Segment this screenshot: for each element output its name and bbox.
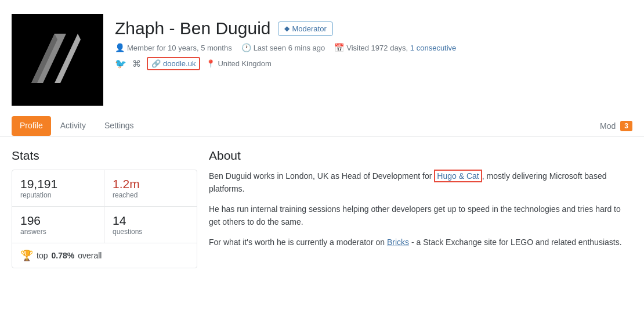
- member-icon: 👤: [115, 43, 125, 52]
- about-section: About Ben Duguid works in London, UK as …: [209, 149, 632, 268]
- top-suffix: overall: [78, 251, 102, 260]
- mod-indicator: Mod 3: [600, 121, 632, 131]
- stats-panel: Stats 19,191 reputation 1.2m reached 196…: [12, 149, 197, 268]
- about-para3-before: For what it's worth he is currently a mo…: [209, 238, 387, 247]
- mod-label: Mod: [600, 121, 616, 131]
- main-content: Stats 19,191 reputation 1.2m reached 196…: [0, 137, 644, 280]
- questions-value: 14: [113, 214, 189, 228]
- top-label: top: [37, 251, 48, 260]
- about-para1: Ben Duguid works in London, UK as Head o…: [209, 170, 632, 196]
- last-seen: 🕐 Last seen 6 mins ago: [241, 43, 325, 52]
- location-pin-icon: 📍: [206, 59, 215, 68]
- meta-row: 👤 Member for 10 years, 5 months 🕐 Last s…: [115, 43, 632, 52]
- hugo-cat-link[interactable]: Hugo & Cat: [434, 170, 482, 182]
- answers-value: 196: [20, 214, 96, 228]
- calendar-icon: 📅: [334, 43, 344, 52]
- trophy-section: 🏆 top 0.78% overall: [12, 243, 197, 268]
- about-title: About: [209, 149, 632, 163]
- about-para3: For what it's worth he is currently a mo…: [209, 236, 632, 249]
- username: Zhaph - Ben Duguid: [115, 19, 271, 38]
- questions-stat: 14 questions: [104, 207, 197, 243]
- twitter-icon[interactable]: 🐦: [115, 58, 126, 69]
- github-icon[interactable]: ⌘: [132, 59, 141, 69]
- clock-icon: 🕐: [241, 43, 251, 52]
- profile-header: Zhaph - Ben Duguid ◆ Moderator 👤 Member …: [0, 0, 644, 115]
- reputation-value: 19,191: [20, 177, 96, 191]
- trophy-icon: 🏆: [20, 249, 33, 262]
- stats-grid-container: 19,191 reputation 1.2m reached 196 answe…: [12, 170, 197, 268]
- about-para2: He has run internal training sessions he…: [209, 203, 632, 229]
- stats-grid: 19,191 reputation 1.2m reached 196 answe…: [12, 170, 197, 243]
- member-since-text: Member for 10 years, 5 months: [127, 44, 232, 52]
- tab-settings[interactable]: Settings: [95, 115, 143, 137]
- top-percent: 0.78%: [51, 251, 74, 260]
- tab-activity[interactable]: Activity: [51, 115, 95, 137]
- reputation-stat: 19,191 reputation: [12, 170, 104, 207]
- last-seen-text: Last seen 6 mins ago: [254, 44, 325, 52]
- answers-label: answers: [20, 228, 96, 236]
- avatar: [12, 14, 103, 106]
- moderator-badge: ◆ Moderator: [278, 21, 333, 36]
- reached-stat: 1.2m reached: [104, 170, 197, 207]
- visited-text: Visited 1972 days, 1 consecutive: [346, 44, 456, 52]
- mod-count-badge: 3: [620, 121, 632, 131]
- questions-label: questions: [113, 228, 189, 236]
- tab-profile[interactable]: Profile: [12, 116, 51, 136]
- user-info: Zhaph - Ben Duguid ◆ Moderator 👤 Member …: [115, 14, 632, 70]
- location-item: 📍 United Kingdom: [206, 59, 272, 68]
- location-text: United Kingdom: [218, 59, 272, 68]
- member-since: 👤 Member for 10 years, 5 months: [115, 43, 232, 52]
- answers-stat: 196 answers: [12, 207, 104, 243]
- name-row: Zhaph - Ben Duguid ◆ Moderator: [115, 19, 632, 38]
- website-link[interactable]: 🔗 doodle.uk: [147, 57, 200, 70]
- visited: 📅 Visited 1972 days, 1 consecutive: [334, 43, 456, 52]
- diamond-icon: ◆: [284, 24, 290, 33]
- moderator-label: Moderator: [292, 24, 327, 33]
- bricks-link[interactable]: Bricks: [387, 238, 409, 247]
- links-row: 🐦 ⌘ 🔗 doodle.uk 📍 United Kingdom: [115, 57, 632, 70]
- reached-value: 1.2m: [113, 177, 189, 191]
- about-para3-after: - a Stack Exchange site for LEGO and rel…: [409, 238, 622, 247]
- reached-label: reached: [113, 191, 189, 199]
- nav-tabs: Profile Activity Settings Mod 3: [0, 115, 644, 137]
- about-para1-before: Ben Duguid works in London, UK as Head o…: [209, 171, 434, 181]
- stats-title: Stats: [12, 149, 197, 163]
- link-icon: 🔗: [151, 59, 161, 68]
- reputation-label: reputation: [20, 191, 96, 199]
